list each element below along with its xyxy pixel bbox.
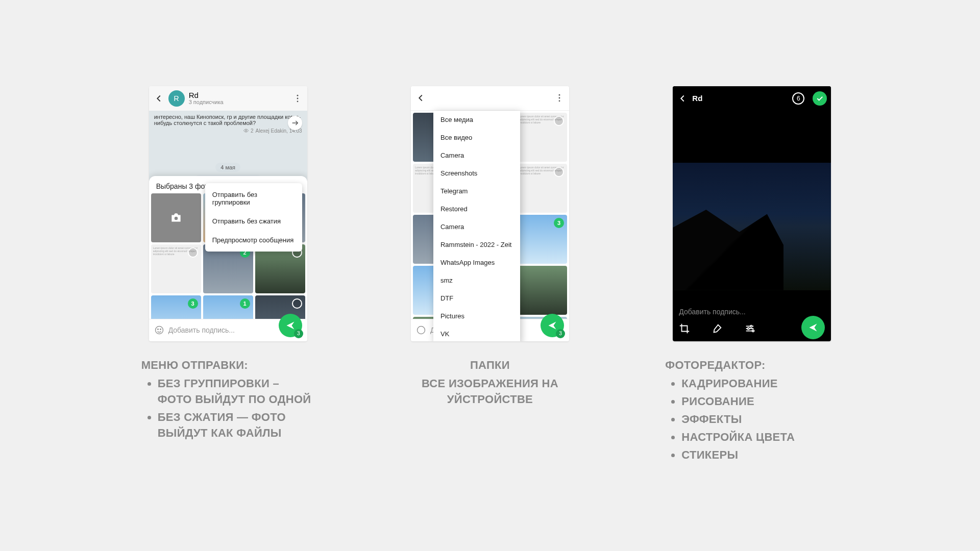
gallery-header [411,86,569,111]
svg-point-3 [246,130,247,132]
editor-header: Rd 6 [673,86,831,111]
layout-row: R Rd 3 подписчика интересно, наш Кинопои… [107,86,873,465]
menu-item[interactable]: Отправить без группировки [205,185,302,212]
folder-item[interactable]: Rammstein - 2022 - Zeit [433,236,520,254]
date-chip: 4 мая [215,163,240,172]
tune-icon[interactable] [744,323,755,334]
gallery-thumb[interactable] [517,266,567,315]
more-icon[interactable] [292,93,303,104]
svg-point-13 [748,328,750,330]
editor-title: Rd [692,94,702,102]
back-icon[interactable] [677,93,688,104]
col-editor: Rd 6 Добавить подпись... [631,86,873,465]
message-meta: 2 Alexej Edakin, 14:03 [154,128,302,134]
folder-item[interactable]: Camera [433,218,520,236]
caption-bar: Добавить подпись... 3 [149,319,307,341]
emoji-icon[interactable] [154,325,164,335]
phone-2: Lorem ipsum dolor sit amet consectetur a… [411,86,569,341]
svg-point-8 [559,94,560,96]
selection-badge[interactable]: 3 [554,218,564,228]
send-button[interactable] [801,316,825,339]
selected-counter[interactable]: 6 [792,92,804,105]
svg-point-12 [750,325,752,327]
crop-icon[interactable] [679,323,690,334]
selection-badge[interactable] [188,247,198,258]
folder-item[interactable]: DTF [433,289,520,307]
svg-point-1 [297,97,298,99]
back-icon[interactable] [153,93,164,104]
svg-point-9 [559,97,560,99]
svg-point-11 [417,327,425,334]
folder-item[interactable]: smz [433,271,520,289]
caption-folders: ПАПКИ ВСЕ ИЗОБРАЖЕНИЯ НА УЙСТРОЙСТВЕ [403,358,577,408]
col-folders: Lorem ipsum dolor sit amet consectetur a… [369,86,610,465]
subscribers-count: 3 подписчика [189,99,224,105]
folder-item[interactable]: Screenshots [433,164,520,182]
folder-item[interactable]: VK [433,325,520,341]
send-button[interactable]: 3 [279,314,302,337]
folder-item[interactable]: Все медиа [433,111,520,129]
folder-item[interactable]: Pictures [433,307,520,325]
folder-item[interactable]: Camera [433,146,520,164]
col-send-menu: R Rd 3 подписчика интересно, наш Кинопои… [107,86,349,465]
phone-1: R Rd 3 подписчика интересно, наш Кинопои… [149,86,307,341]
svg-point-0 [297,94,298,96]
menu-item[interactable]: Отправить без сжатия [205,212,302,231]
caption-send-menu: МЕНЮ ОТПРАВКИ: БЕЗ ГРУППИРОВКИ – ФОТО ВЫ… [141,358,315,443]
gallery-thumb[interactable]: 2 [203,244,253,293]
selection-badge[interactable] [554,116,564,126]
phone-3: Rd 6 Добавить подпись... [673,86,831,341]
gallery-thumb[interactable]: Lorem ipsum dolor sit amet consectetur a… [151,244,201,293]
gallery-thumb[interactable] [255,244,305,293]
brush-icon[interactable] [712,323,723,334]
selection-badge[interactable]: 1 [240,298,250,309]
selected-count-badge: 3 [294,329,303,338]
send-button[interactable]: 3 [541,314,564,337]
folder-item[interactable]: WhatsApp Images [433,254,520,271]
svg-point-7 [160,329,161,330]
gallery-thumb[interactable]: Lorem ipsum dolor sit amet consectetur a… [517,113,567,162]
folder-item[interactable]: Restored [433,200,520,218]
editor-preview[interactable] [673,163,831,290]
more-icon[interactable] [554,92,565,104]
gallery-thumb[interactable]: 1 [203,295,253,319]
channel-name[interactable]: Rd [189,91,224,99]
send-options-menu: Отправить без группировкиОтправить без с… [205,183,302,252]
folders-dropdown: Все медиаВсе видеоCameraScreenshotsTeleg… [433,111,520,341]
selected-count-badge: 3 [556,329,565,338]
caption-editor: ФОТОРЕДАКТОР: КАДРИРОВАНИЕРИСОВАНИЕЭФФЕК… [665,358,839,465]
gallery-thumb[interactable] [255,295,305,319]
folder-item[interactable]: Все видео [433,129,520,146]
editor-bottom-bar: Добавить подпись... [673,303,831,341]
gallery-thumb[interactable]: 3 [151,295,201,319]
selection-badge[interactable]: 3 [188,298,198,309]
gallery-thumb[interactable]: 3 [517,215,567,264]
svg-point-14 [752,330,754,332]
gallery-thumb[interactable] [151,193,201,242]
svg-point-10 [559,101,560,102]
back-icon[interactable] [415,92,426,104]
selection-badge[interactable] [554,167,564,177]
svg-point-2 [297,101,298,102]
gallery-thumb[interactable]: Lorem ipsum dolor sit amet consectetur a… [517,164,567,213]
menu-item[interactable]: Предпросмотр сообщения [205,231,302,249]
svg-point-5 [155,327,163,334]
caption-input[interactable]: Добавить подпись... [679,308,825,316]
emoji-icon[interactable] [416,325,426,335]
share-icon[interactable] [288,116,302,130]
message-text: интересно, наш Кинопоиск, гр и другие пл… [154,114,302,126]
svg-point-6 [157,329,158,330]
chat-header: R Rd 3 подписчика [149,86,307,111]
confirm-icon[interactable] [813,91,827,106]
selection-badge[interactable] [292,298,302,309]
folder-item[interactable]: Telegram [433,182,520,200]
svg-point-4 [174,216,178,220]
avatar[interactable]: R [168,90,185,107]
